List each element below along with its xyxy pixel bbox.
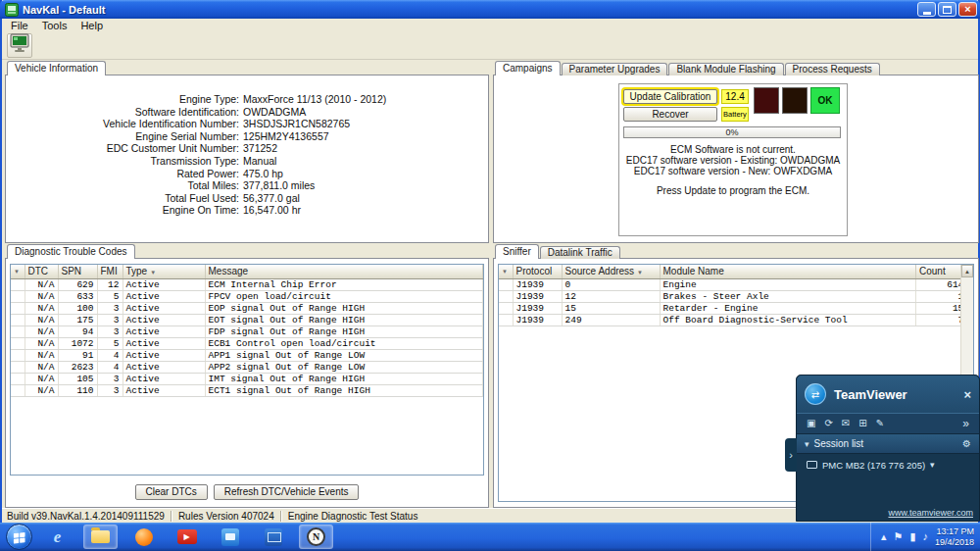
refresh-icon[interactable]: ⟳ (824, 419, 832, 428)
sniffer-filter-header[interactable]: ▼ (499, 265, 513, 278)
sniffer-col-source-address-header[interactable]: Source Address▼ (562, 265, 660, 278)
tray-volume-icon[interactable]: ♪ (922, 531, 928, 542)
dtc-cell-spn: 629 (58, 278, 97, 290)
dtc-row[interactable]: N/A62912ActiveECM Internal Chip Error (11, 278, 483, 290)
internet-explorer-icon: e (54, 527, 62, 547)
sniffer-cell-protocol: J1939 (513, 314, 562, 326)
taskbar-navkal-icon[interactable]: N (299, 525, 333, 549)
taskbar-video-app-icon[interactable]: ▶ (170, 525, 204, 549)
computer-connect-icon (9, 33, 30, 58)
dtc-row[interactable]: N/A943ActiveFDP signal Out of Range HIGH (11, 326, 483, 337)
close-button[interactable]: × (958, 2, 977, 17)
menu-item-tools[interactable]: Tools (35, 20, 74, 31)
vehicle-info-row: Engine Serial Number:125HM2Y4136557 (6, 130, 488, 143)
campaign-messages: ECM Software is not current.EDC17 softwa… (619, 144, 847, 196)
teamviewer-website-link[interactable]: www.teamviewer.com (888, 508, 973, 518)
dtc-row[interactable]: N/A6335ActiveFPCV open load/circuit (11, 290, 483, 302)
dtc-row[interactable]: N/A26234ActiveAPP2 signal Out of Range L… (11, 361, 483, 373)
dtc-col-spn-header[interactable]: SPN (58, 265, 97, 278)
grid-icon[interactable]: ⊞ (858, 419, 866, 428)
taskbar-clock[interactable]: 13:17 PM 19/4/2018 (935, 526, 974, 548)
tab-sniffer[interactable]: Sniffer (495, 244, 539, 259)
session-item-label: PMC MB2 (176 776 205) (822, 460, 925, 471)
teamviewer-session-list-header[interactable]: ▾ Session list ⚙ (797, 434, 979, 454)
menu-item-help[interactable]: Help (74, 20, 110, 31)
taskbar-messenger-icon[interactable] (213, 525, 247, 549)
field-label: Engine On Time: (6, 204, 243, 217)
dtc-row[interactable]: N/A10725ActiveECB1 Control open load/cir… (11, 337, 483, 349)
dtc-col-fmi-header[interactable]: FMI (97, 265, 122, 278)
teamviewer-collapse-handle[interactable]: › (785, 438, 797, 472)
monitor-icon[interactable]: ▣ (807, 419, 815, 428)
tab-diagnostic-trouble-codes[interactable]: Diagnostic Trouble Codes (7, 244, 135, 259)
taskbar-folder-icon[interactable] (83, 525, 118, 549)
campaign-message: Press Update to program the ECM. (619, 185, 847, 196)
dtc-cell-message: FPCV open load/circuit (205, 290, 483, 302)
title-bar[interactable]: NavKal - Default × (0, 0, 980, 19)
tab-parameter-upgrades[interactable]: Parameter Upgrades (562, 63, 668, 75)
sniffer-row[interactable]: J193912Brakes - Steer Axle15 (499, 290, 973, 302)
sniffer-row[interactable]: J193915Retarder - Engine155 (499, 302, 973, 314)
sniffer-col-module-name-header[interactable]: Module Name (660, 265, 916, 278)
tab-blank-module-flashing[interactable]: Blank Module Flashing (668, 63, 783, 75)
recover-button[interactable]: Recover (623, 107, 717, 122)
taskbar-media-player-icon[interactable] (126, 525, 161, 549)
sniffer-row[interactable]: J19390Engine6146 (499, 278, 973, 290)
dtc-row[interactable]: N/A1753ActiveEOT signal Out of Range HIG… (11, 314, 483, 326)
sniffer-tab-bar: SnifferDatalink Traffic (493, 245, 621, 259)
status-build: Build v39.NavKal.1.4.201409111529 (7, 511, 165, 522)
chevron-down-icon[interactable]: ▾ (930, 460, 935, 470)
clear-dtcs-button[interactable]: Clear DTCs (135, 484, 208, 500)
dtc-row[interactable]: N/A1003ActiveEOP signal Out of Range HIG… (11, 302, 483, 314)
dtc-cell-spn: 633 (58, 290, 97, 302)
maximize-button[interactable] (938, 2, 956, 17)
remote-desktop-icon (265, 528, 282, 546)
field-label: Engine Serial Number: (6, 130, 243, 143)
dtc-row[interactable]: N/A1053ActiveIMT signal Out of Range HIG… (11, 373, 483, 384)
connect-tool-button[interactable] (7, 33, 32, 58)
dtc-cell-dtc: N/A (24, 290, 58, 302)
dtc-col-dtc-header[interactable]: DTC (24, 265, 58, 278)
tray-flag-icon[interactable]: ⚑ (894, 531, 904, 542)
teamviewer-close-icon[interactable]: × (963, 387, 971, 402)
tab-datalink-traffic[interactable]: Datalink Traffic (540, 246, 620, 259)
scroll-up-icon[interactable]: ▲ (961, 265, 973, 277)
chat-icon[interactable]: ✉ (842, 419, 850, 428)
more-icon[interactable]: » (962, 418, 969, 429)
sniffer-table: ▼ ProtocolSource Address▼Module NameCoun… (499, 265, 973, 326)
taskbar-remote-desktop-icon[interactable] (256, 525, 290, 549)
minimize-button[interactable] (917, 2, 936, 17)
teamviewer-session-item[interactable]: PMC MB2 (176 776 205) ▾ (797, 454, 979, 476)
teamviewer-header[interactable]: ⇄ TeamViewer × (797, 376, 979, 413)
sniffer-col-protocol-header[interactable]: Protocol (513, 265, 562, 278)
tab-vehicle-information[interactable]: Vehicle Information (7, 61, 106, 75)
dtc-cell-dtc: N/A (24, 361, 58, 373)
update-calibration-button[interactable]: Update Calibration (623, 89, 717, 104)
dtc-tab-bar: Diagnostic Trouble Codes (5, 245, 136, 259)
menu-item-file[interactable]: File (4, 20, 35, 31)
tray-chevron-icon[interactable]: ▴ (881, 531, 887, 542)
dtc-row[interactable]: N/A914ActiveAPP1 signal Out of Range LOW (11, 349, 483, 361)
dtc-filter-header[interactable]: ▼ (11, 265, 24, 278)
sniffer-cell-source-address: 249 (562, 314, 660, 326)
start-button[interactable] (6, 524, 32, 550)
campaigns-box: Update Calibration 12.4 Recover Battery … (493, 75, 979, 243)
field-value: 3HSDJSJR1CN582765 (243, 118, 488, 130)
dtc-cell-type: Active (122, 337, 205, 349)
sniffer-row[interactable]: J1939249Off Board Diagnostic-Service Too… (499, 314, 973, 326)
tab-campaigns[interactable]: Campaigns (495, 61, 561, 75)
vehicle-info-row: Rated Power:475.0 hp (6, 168, 488, 180)
pencil-icon[interactable]: ✎ (876, 419, 884, 428)
vehicle-information-box: Engine Type:MaxxForce 11/13 (2010 - 2012… (5, 75, 489, 243)
tab-process-requests[interactable]: Process Requests (785, 63, 880, 75)
dtc-col-type-header[interactable]: Type▼ (122, 265, 205, 278)
tray-battery-icon[interactable]: ▮ (909, 531, 915, 542)
dtc-row[interactable]: N/A1103ActiveECT1 signal Out of Range HI… (11, 384, 483, 396)
dtc-cell-fmi: 4 (97, 361, 122, 373)
gear-icon[interactable]: ⚙ (962, 439, 971, 449)
refresh-dtc-button[interactable]: Refresh DTC/Vehicle Events (214, 484, 360, 500)
taskbar-internet-explorer-icon[interactable]: e (40, 525, 74, 549)
dtc-cell-type: Active (122, 278, 205, 290)
dtc-col-message-header[interactable]: Message (205, 265, 483, 278)
dtc-box: ▼ DTCSPNFMIType▼Message N/A62912ActiveEC… (5, 258, 489, 508)
